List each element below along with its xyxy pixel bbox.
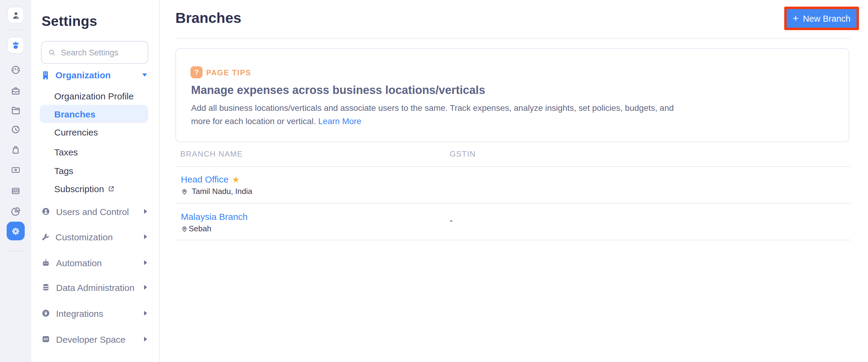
page-title: Branches — [176, 10, 241, 27]
sidebar-item-label: Currencies — [54, 127, 98, 137]
sidebar-section-data-administration[interactable]: Data Administration — [41, 280, 147, 295]
page-tips-body: Add all business locations/verticals and… — [191, 101, 674, 128]
sidebar-section-label: Customization — [56, 232, 113, 242]
purchases-bag-icon[interactable] — [10, 144, 21, 155]
sidebar-item-label: Branches — [54, 109, 96, 119]
sidebar-item-tags[interactable]: Tags — [54, 163, 73, 178]
sidebar-item-label: Organization Profile — [54, 91, 133, 101]
dashboard-icon[interactable] — [10, 64, 21, 75]
sidebar-item-label: Tags — [54, 165, 73, 175]
page-tips-heading: Manage expenses across business location… — [191, 84, 485, 97]
new-branch-button[interactable]: + New Branch — [784, 7, 859, 30]
branch-link-head-office[interactable]: Head Office — [181, 174, 228, 184]
primary-branch-star-icon: ★ — [232, 175, 240, 184]
branch-link-malaysia-branch[interactable]: Malaysia Branch — [181, 211, 248, 222]
settings-nav-button-active[interactable] — [7, 222, 25, 240]
sidebar-item-label: Subscription — [54, 184, 104, 194]
user-avatar-button[interactable] — [7, 7, 24, 24]
page-tips-body-line1: Add all business locations/verticals and… — [191, 103, 674, 112]
chevron-right-icon — [144, 285, 147, 290]
users-icon — [41, 207, 51, 216]
corporate-card-icon[interactable] — [10, 164, 21, 175]
sidebar-section-organization[interactable]: Organization — [41, 67, 147, 82]
wrench-icon — [41, 232, 50, 241]
organization-building-icon — [41, 70, 50, 80]
sidebar-item-currencies[interactable]: Currencies — [54, 125, 98, 139]
column-header-gstin: GSTIN — [450, 150, 475, 158]
sidebar-section-automation[interactable]: Automation — [41, 255, 147, 270]
budgets-calculator-icon[interactable] — [10, 186, 21, 196]
sidebar-section-developer-space[interactable]: Developer Space — [41, 332, 147, 346]
trips-briefcase-icon[interactable] — [10, 86, 21, 96]
table-row-divider — [176, 240, 850, 240]
app-icon-rail — [0, 0, 31, 362]
chevron-right-icon — [144, 260, 147, 265]
external-link-icon — [107, 185, 115, 192]
table-row: Head Office ★ Tamil Nadu, India — [176, 167, 850, 203]
chevron-right-icon — [144, 209, 147, 214]
search-settings-box[interactable] — [41, 41, 148, 64]
column-header-branch-name: BRANCH NAME — [180, 150, 243, 158]
page-tips-label: PAGE TIPS — [206, 69, 251, 77]
sidebar-section-label: Users and Control — [56, 206, 129, 217]
folder-icon[interactable] — [10, 105, 21, 116]
location-pin-icon — [181, 188, 188, 195]
learn-more-link[interactable]: Learn More — [318, 116, 361, 126]
settings-gear-icon — [10, 226, 21, 236]
user-icon — [10, 10, 21, 20]
rail-divider-bottom — [6, 251, 25, 251]
sidebar-section-label: Organization — [56, 70, 111, 80]
settings-sidebar: Settings Organization — [31, 0, 160, 362]
page-tips-body-line2: more for each location or vertical. — [191, 116, 316, 126]
chevron-right-icon — [144, 337, 147, 341]
sidebar-section-customization[interactable]: Customization — [41, 229, 147, 244]
plus-icon: + — [793, 13, 799, 23]
sidebar-section-label: Automation — [56, 258, 102, 268]
search-settings-input[interactable] — [61, 48, 139, 57]
header-divider — [176, 38, 850, 38]
sidebar-title: Settings — [41, 13, 97, 30]
code-icon — [41, 334, 51, 344]
sidebar-section-label: Data Administration — [56, 282, 134, 292]
history-clock-icon[interactable] — [10, 124, 21, 135]
new-branch-button-label: New Branch — [803, 13, 850, 23]
search-icon — [48, 48, 56, 57]
gstin-value: - — [450, 215, 453, 225]
chevron-right-icon — [144, 311, 147, 316]
table-row: Malaysia Branch Sebah - — [176, 204, 850, 240]
sidebar-section-label: Developer Space — [56, 334, 125, 344]
robot-icon — [41, 258, 51, 267]
sidebar-section-integrations[interactable]: Integrations — [41, 306, 147, 321]
branch-location: Tamil Nadu, India — [192, 187, 252, 196]
branch-location: Sebah — [189, 224, 211, 233]
question-mark-icon: ? — [190, 66, 203, 78]
sidebar-item-subscription[interactable]: Subscription — [54, 181, 115, 196]
page-tips-card: ? PAGE TIPS Manage expenses across busin… — [176, 48, 849, 142]
admin-view-button[interactable] — [7, 37, 24, 54]
sidebar-item-organization-profile[interactable]: Organization Profile — [54, 89, 133, 103]
plug-icon — [41, 308, 51, 318]
admin-crown-icon — [10, 40, 21, 51]
rail-divider-top — [6, 30, 25, 30]
sidebar-item-label: Taxes — [54, 147, 78, 157]
sidebar-section-users-and-control[interactable]: Users and Control — [41, 204, 147, 219]
sidebar-item-taxes[interactable]: Taxes — [54, 144, 78, 159]
app: Settings Organization — [0, 0, 868, 362]
database-icon — [41, 283, 51, 292]
sidebar-item-branches-active[interactable]: Branches — [40, 105, 148, 123]
sidebar-section-label: Integrations — [56, 308, 103, 318]
analytics-pie-icon[interactable] — [10, 206, 21, 217]
chevron-down-icon — [142, 73, 147, 76]
chevron-right-icon — [144, 234, 147, 239]
location-pin-icon — [181, 225, 188, 232]
